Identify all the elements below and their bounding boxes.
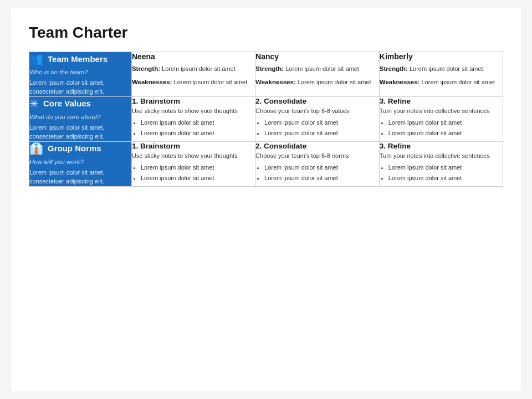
- step-list-cv-2: Lorem ipsum dolor sit amet Lorem ipsum d…: [255, 119, 379, 137]
- step-list-gn-2: Lorem ipsum dolor sit amet Lorem ipsum d…: [255, 163, 379, 182]
- strength-value-neena: Lorem ipsum dolor sit amet: [162, 65, 236, 72]
- list-item: Lorem ipsum dolor sit amet: [141, 129, 255, 137]
- team-members-icon: 👥: [29, 52, 43, 65]
- weaknesses-value-kimberly: Lorem ipsum dolor sit amet: [422, 79, 495, 85]
- step-title-cv-3: 3. Refine: [380, 97, 503, 105]
- step-cell-cv-2: 2. Consolidate Choose your team's top 6-…: [255, 96, 380, 141]
- section-cell-core-values: ✳ Core Values What do you care about? Lo…: [29, 96, 132, 141]
- strength-value-kimberly: Lorem ipsum dolor sit amet: [410, 65, 483, 72]
- section-title-team-members: Team Members: [48, 54, 108, 64]
- list-item: Lorem ipsum dolor sit amet: [141, 174, 255, 182]
- section-body-core-values: Lorem ipsum dolor sit amet, consectetuer…: [29, 124, 131, 141]
- list-item: Lorem ipsum dolor sit amet: [264, 174, 379, 182]
- member-name-nancy: Nancy: [255, 52, 379, 61]
- step-desc-gn-2: Choose your team's top 6-8 norms: [255, 152, 379, 160]
- section-subtitle-group-norms: How will you work?: [29, 158, 131, 165]
- step-title-gn-2: 2. Consolidate: [255, 142, 379, 150]
- list-item: Lorem ipsum dolor sit amet: [388, 129, 503, 137]
- section-cell-group-norms: 👔 Group Norms How will you work? Lorem i…: [29, 141, 132, 186]
- step-desc-gn-3: Turn your notes into collective sentence…: [380, 152, 503, 160]
- group-norms-icon: 👔: [29, 142, 43, 155]
- step-title-cv-2: 2. Consolidate: [255, 97, 379, 105]
- strength-label-kimberly: Strength:: [380, 65, 408, 72]
- table-row: 👔 Group Norms How will you work? Lorem i…: [29, 141, 503, 186]
- strength-label-nancy: Strength:: [255, 65, 284, 72]
- section-cell-team-members: 👥 Team Members Who is on the team? Lorem…: [29, 52, 132, 97]
- list-item: Lorem ipsum dolor sit amet: [264, 129, 379, 137]
- list-item: Lorem ipsum dolor sit amet: [264, 163, 379, 172]
- step-cell-gn-2: 2. Consolidate Choose your team's top 6-…: [255, 141, 380, 186]
- strength-value-nancy: Lorem ipsum dolor sit amet: [285, 65, 359, 72]
- section-body-group-norms: Lorem ipsum dolor sit amet, consectetuer…: [29, 168, 131, 186]
- step-desc-cv-2: Choose your team's top 6-8 values: [255, 107, 379, 115]
- step-title-gn-1: 1. Brainstorm: [132, 142, 255, 150]
- section-title-group-norms: Group Norms: [48, 144, 101, 153]
- step-title-gn-3: 3. Refine: [380, 142, 503, 150]
- list-item: Lorem ipsum dolor sit amet: [388, 119, 503, 127]
- step-desc-gn-1: Use sticky notes to show your thoughts: [132, 152, 255, 160]
- member-cell-nancy: Nancy Strength: Lorem ipsum dolor sit am…: [255, 52, 380, 97]
- step-list-cv-3: Lorem ipsum dolor sit amet Lorem ipsum d…: [380, 119, 503, 137]
- list-item: Lorem ipsum dolor sit amet: [388, 163, 503, 172]
- member-name-neena: Neena: [132, 52, 255, 61]
- list-item: Lorem ipsum dolor sit amet: [141, 163, 255, 172]
- list-item: Lorem ipsum dolor sit amet: [264, 119, 379, 127]
- section-body-team-members: Lorem ipsum dolor sit amet, consectetuer…: [29, 79, 131, 96]
- table-row: 👥 Team Members Who is on the team? Lorem…: [29, 52, 503, 97]
- main-table: 👥 Team Members Who is on the team? Lorem…: [29, 52, 503, 187]
- step-title-cv-1: 1. Brainstorm: [132, 97, 255, 105]
- step-cell-cv-3: 3. Refine Turn your notes into collectiv…: [379, 96, 503, 141]
- table-row: ✳ Core Values What do you care about? Lo…: [29, 96, 503, 141]
- member-name-kimberly: Kimberly: [380, 52, 503, 61]
- weaknesses-value-neena: Lorem ipsum dolor sit amet: [174, 79, 248, 85]
- step-list-cv-1: Lorem ipsum dolor sit amet Lorem ipsum d…: [132, 119, 255, 137]
- page-title: Team Charter: [29, 24, 503, 42]
- step-list-gn-1: Lorem ipsum dolor sit amet Lorem ipsum d…: [132, 163, 255, 182]
- section-subtitle-team-members: Who is on the team?: [29, 69, 131, 75]
- section-subtitle-core-values: What do you care about?: [29, 114, 131, 120]
- step-cell-gn-1: 1. Brainstorm Use sticky notes to show y…: [131, 141, 255, 186]
- weaknesses-label-neena: Weaknesses:: [132, 79, 172, 85]
- core-values-icon: ✳: [29, 97, 39, 110]
- section-title-core-values: Core Values: [43, 99, 91, 108]
- step-cell-cv-1: 1. Brainstorm Use sticky notes to show y…: [131, 96, 255, 141]
- step-desc-cv-3: Turn your notes into collective sentence…: [380, 107, 503, 115]
- step-list-gn-3: Lorem ipsum dolor sit amet Lorem ipsum d…: [380, 163, 503, 182]
- step-cell-gn-3: 3. Refine Turn your notes into collectiv…: [379, 141, 503, 186]
- weaknesses-label-nancy: Weaknesses:: [255, 79, 296, 85]
- strength-label-neena: Strength:: [132, 65, 160, 72]
- step-desc-cv-1: Use sticky notes to show your thoughts: [132, 107, 255, 115]
- weaknesses-label-kimberly: Weaknesses:: [380, 79, 420, 85]
- list-item: Lorem ipsum dolor sit amet: [141, 119, 255, 127]
- member-cell-kimberly: Kimberly Strength: Lorem ipsum dolor sit…: [379, 52, 503, 97]
- weaknesses-value-nancy: Lorem ipsum dolor sit amet: [298, 79, 371, 85]
- list-item: Lorem ipsum dolor sit amet: [388, 174, 503, 182]
- member-cell-neena: Neena Strength: Lorem ipsum dolor sit am…: [131, 52, 255, 97]
